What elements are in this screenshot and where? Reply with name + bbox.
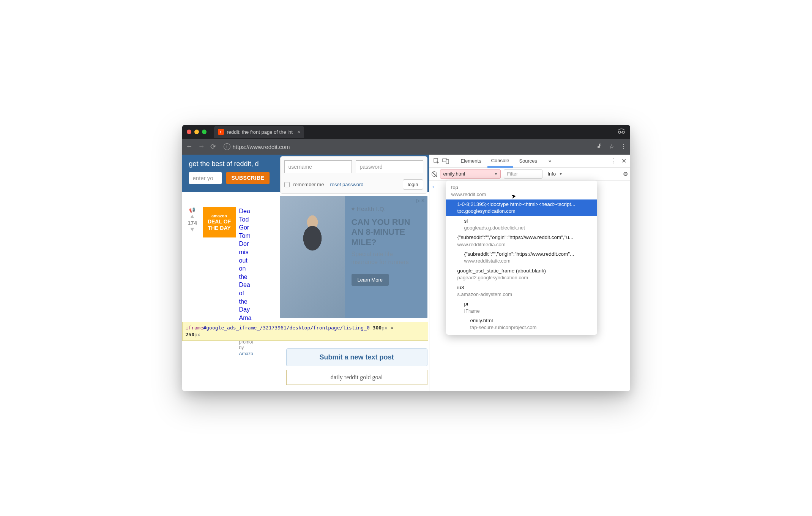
context-frame-item[interactable]: prIFrame bbox=[446, 299, 597, 316]
post-title-fragment: Dea bbox=[239, 281, 256, 289]
context-frame-item[interactable]: emily.htmltap-secure.rubiconproject.com bbox=[446, 316, 597, 332]
tab-sources[interactable]: Sources bbox=[515, 155, 541, 168]
context-frame-item[interactable]: {"subreddit":"","origin":"https://www.re… bbox=[446, 233, 597, 249]
remember-me-label: remember me bbox=[293, 182, 324, 187]
username-field[interactable]: username bbox=[284, 160, 352, 173]
favicon-icon: r bbox=[218, 129, 224, 135]
tabs-overflow-icon[interactable]: » bbox=[545, 155, 555, 168]
devtools-menu-icon[interactable]: ⋮ bbox=[611, 157, 617, 165]
post-title-fragment: of bbox=[239, 289, 256, 298]
context-frame-domain: s.amazon-adsystem.com bbox=[457, 291, 592, 298]
clear-console-icon[interactable] bbox=[432, 171, 437, 177]
context-frame-item[interactable]: {"subreddit":"","origin":"https://www.re… bbox=[446, 249, 597, 266]
post-title-fragment: Tom bbox=[239, 232, 256, 240]
tab-close-icon[interactable]: × bbox=[297, 129, 300, 135]
remember-me-checkbox[interactable] bbox=[284, 182, 290, 187]
context-frame-item[interactable]: 1-0-8;21395;<!doctype html><html><head><… bbox=[446, 199, 597, 216]
device-toolbar-icon[interactable] bbox=[442, 158, 449, 165]
devtools-panel: Elements Console Sources » ⋮ ✕ emily.htm… bbox=[429, 155, 630, 391]
console-body: › topwww.reddit.com1-0-8;21395;<!doctype… bbox=[429, 180, 630, 391]
maximize-window-button[interactable] bbox=[202, 130, 207, 134]
post-thumbnail[interactable]: amazon DEAL OF THE DAY bbox=[203, 207, 236, 237]
context-frame-title: pr bbox=[464, 301, 592, 307]
reset-password-link[interactable]: reset password bbox=[330, 182, 363, 187]
address-bar: ← → ⟳ i https://www.reddit.com ☆ ⋮ bbox=[182, 139, 630, 155]
window-controls bbox=[187, 130, 207, 134]
site-info-icon[interactable]: i bbox=[224, 143, 230, 150]
devtools-close-icon[interactable]: ✕ bbox=[621, 157, 626, 165]
console-toolbar: emily.html Filter Info ⚙ bbox=[429, 168, 630, 180]
chrome-menu-icon[interactable]: ⋮ bbox=[620, 143, 626, 150]
tab-console[interactable]: Console bbox=[487, 155, 513, 168]
filter-input[interactable]: Filter bbox=[504, 169, 542, 179]
login-panel: username password remember me reset pass… bbox=[280, 156, 427, 194]
context-frame-domain: tap-secure.rubiconproject.com bbox=[470, 324, 592, 331]
context-frame-title: {"subreddit":"","origin":"https://www.re… bbox=[464, 251, 592, 258]
context-frame-domain: IFrame bbox=[464, 308, 592, 315]
context-frame-item[interactable]: topwww.reddit.com bbox=[446, 183, 597, 199]
context-frame-domain: www.redditmedia.com bbox=[457, 241, 592, 248]
adchoices-icon[interactable]: ▷ ✕ bbox=[416, 198, 425, 203]
context-frame-domain: pagead2.googlesyndication.com bbox=[457, 274, 592, 281]
promoted-icon: 📢 bbox=[189, 207, 195, 213]
svg-rect-8 bbox=[446, 160, 449, 164]
svg-rect-3 bbox=[599, 144, 600, 147]
context-frame-title: iu3 bbox=[457, 284, 592, 291]
password-field[interactable]: password bbox=[356, 160, 423, 173]
ad-cta-button[interactable]: Learn More bbox=[352, 274, 389, 286]
ad-image bbox=[284, 212, 341, 318]
page-viewport: get the best of reddit, d enter yo SUBSC… bbox=[182, 155, 429, 391]
url-text: https://www.reddit.com bbox=[233, 144, 290, 150]
back-icon[interactable]: ← bbox=[186, 142, 193, 151]
post-title-fragment: mis bbox=[239, 248, 256, 256]
devtools-tab-bar: Elements Console Sources » ⋮ ✕ bbox=[429, 155, 630, 168]
context-frame-domain: www.redditstatic.com bbox=[464, 258, 592, 264]
minimize-window-button[interactable] bbox=[194, 130, 199, 134]
browser-tab[interactable]: r reddit: the front page of the int × bbox=[214, 126, 304, 138]
context-frame-title: emily.html bbox=[470, 317, 592, 324]
url-field[interactable]: i https://www.reddit.com bbox=[221, 141, 592, 152]
context-frame-title: 1-0-8;21395;<!doctype html><html><head><… bbox=[457, 201, 592, 208]
context-frame-title: google_osd_static_frame (about:blank) bbox=[457, 267, 592, 274]
context-frame-title: si bbox=[464, 218, 592, 225]
close-window-button[interactable] bbox=[187, 130, 191, 134]
ad-headline: CAN YOU RUN AN 8-MINUTE MILE? bbox=[352, 217, 421, 247]
gold-goal-box: daily reddit gold goal bbox=[286, 370, 427, 385]
context-selector[interactable]: emily.html bbox=[440, 169, 501, 179]
email-input[interactable]: enter yo bbox=[189, 172, 222, 184]
context-frame-title: {"subreddit":"","origin":"https://www.re… bbox=[457, 234, 592, 241]
forward-icon[interactable]: → bbox=[198, 142, 205, 151]
context-frame-domain: www.reddit.com bbox=[451, 191, 592, 198]
inspect-element-icon[interactable] bbox=[433, 158, 440, 165]
inspector-tooltip: iframe#google_ads_iframe_/32173961/deskt… bbox=[182, 322, 428, 341]
downvote-icon[interactable]: ▼ bbox=[185, 226, 200, 233]
post-title-fragment: the bbox=[239, 298, 256, 306]
bookmark-star-icon[interactable]: ☆ bbox=[609, 143, 614, 150]
tab-elements[interactable]: Elements bbox=[457, 155, 485, 168]
context-frame-item[interactable]: sigoogleads.g.doubleclick.net bbox=[446, 216, 597, 233]
post-title-fragment: Dor bbox=[239, 240, 256, 248]
submit-text-post-button[interactable]: Submit a new text post bbox=[286, 348, 427, 366]
post-title-fragment: Dea bbox=[239, 207, 256, 215]
log-level-select[interactable]: Info bbox=[546, 169, 564, 179]
key-icon[interactable] bbox=[597, 143, 603, 150]
post-title-fragment: Gor bbox=[239, 223, 256, 232]
login-button[interactable]: login bbox=[403, 179, 423, 190]
context-dropdown: topwww.reddit.com1-0-8;21395;<!doctype h… bbox=[446, 180, 597, 335]
console-prompt-icon: › bbox=[432, 184, 434, 190]
svg-rect-4 bbox=[600, 144, 601, 144]
svg-rect-5 bbox=[600, 145, 601, 146]
context-frame-domain: tpc.googlesyndication.com bbox=[457, 208, 592, 215]
post-score: 174 bbox=[185, 220, 200, 226]
context-frame-item[interactable]: google_osd_static_frame (about:blank)pag… bbox=[446, 266, 597, 283]
context-frame-item[interactable]: iu3s.amazon-adsystem.com bbox=[446, 283, 597, 299]
upvote-icon[interactable]: ▲ bbox=[185, 213, 200, 220]
incognito-icon bbox=[617, 128, 626, 136]
console-settings-icon[interactable]: ⚙ bbox=[623, 171, 628, 177]
ad-logo: ♥ Health I.Q. bbox=[352, 206, 421, 212]
subscribe-button[interactable]: SUBSCRIBE bbox=[226, 172, 270, 184]
post-title-fragment: Tod bbox=[239, 215, 256, 224]
post-title-fragment: Day bbox=[239, 305, 256, 314]
reload-icon[interactable]: ⟳ bbox=[210, 142, 216, 151]
post-title-fragment: out bbox=[239, 256, 256, 265]
